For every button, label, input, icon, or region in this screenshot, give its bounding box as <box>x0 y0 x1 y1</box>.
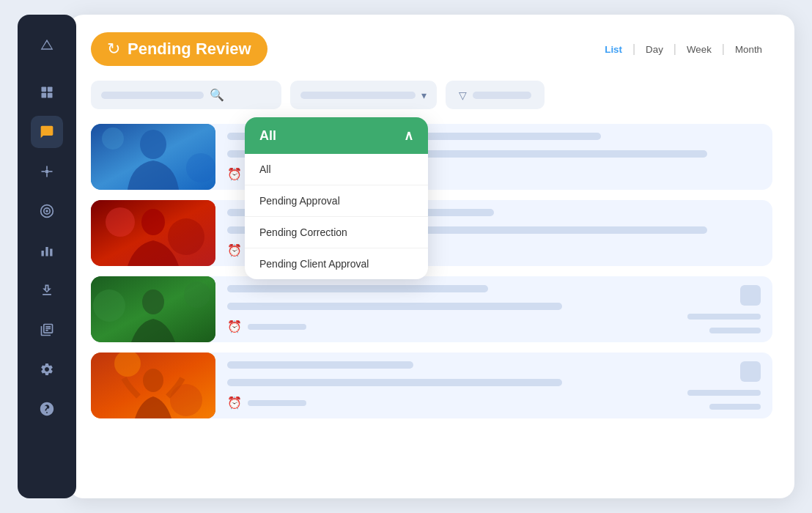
sidebar-item-tools[interactable] <box>31 353 63 385</box>
content-line-1 <box>227 285 488 292</box>
svg-rect-12 <box>42 251 44 256</box>
svg-rect-13 <box>45 247 48 256</box>
meta-line <box>248 324 306 330</box>
svg-point-21 <box>168 218 204 255</box>
item-right <box>611 353 772 418</box>
content-list: ⏰ <box>91 124 772 418</box>
right-line-1 <box>687 314 761 320</box>
svg-point-20 <box>106 207 135 237</box>
chevron-up-icon: ∧ <box>404 128 413 144</box>
dropdown-option-pending-approval[interactable]: Pending Approval <box>245 185 428 217</box>
svg-point-4 <box>45 170 49 174</box>
content-line-1 <box>227 361 413 369</box>
svg-rect-1 <box>48 87 53 92</box>
dropdown-selected-all[interactable]: All ∧ <box>245 117 428 154</box>
clock-icon: ⏰ <box>227 243 242 257</box>
status-badge <box>740 285 761 306</box>
dropdown-option-pending-client-approval[interactable]: Pending Client Approval <box>245 248 428 279</box>
dropdown-option-pending-correction[interactable]: Pending Correction <box>245 217 428 248</box>
sidebar-item-messages[interactable] <box>31 116 63 148</box>
sidebar-item-download[interactable] <box>31 274 63 306</box>
svg-point-17 <box>102 128 124 150</box>
sidebar-item-support[interactable] <box>31 393 63 425</box>
item-content: ⏰ <box>215 276 611 342</box>
item-right <box>611 276 772 342</box>
filter-dropdown[interactable]: ▾ <box>290 81 437 109</box>
filter-button[interactable]: ▽ <box>446 81 545 109</box>
meta-line <box>248 400 306 406</box>
list-item: ⏰ <box>91 124 772 190</box>
search-icon: 🔍 <box>210 88 224 102</box>
dropdown-selected-label: All <box>259 128 276 144</box>
right-line-1 <box>687 390 761 396</box>
svg-rect-14 <box>50 249 52 256</box>
item-image-green <box>91 276 215 342</box>
content-line-2 <box>227 379 562 386</box>
svg-rect-2 <box>42 93 47 98</box>
item-content: ⏰ <box>215 353 611 418</box>
svg-point-11 <box>46 210 48 212</box>
view-day-button[interactable]: Day <box>635 40 673 59</box>
page-title: Pending Review <box>128 40 251 59</box>
list-item: ⏰ <box>91 353 772 418</box>
item-image-red <box>91 200 215 266</box>
filter-dropdown-placeholder-bar <box>300 92 416 99</box>
chevron-down-icon: ▾ <box>421 89 427 101</box>
content-meta: ⏰ <box>227 396 599 410</box>
sidebar-item-analytics[interactable] <box>31 235 63 267</box>
svg-point-22 <box>141 209 165 235</box>
sidebar-item-library[interactable] <box>31 314 63 346</box>
list-item: ⏰ <box>91 276 772 342</box>
svg-point-24 <box>93 289 125 322</box>
pending-review-icon: ↻ <box>107 40 120 59</box>
svg-point-26 <box>142 289 164 314</box>
svg-point-18 <box>186 153 215 182</box>
app-container: ↻ Pending Review List | Day | Week | Mon… <box>18 15 794 498</box>
status-badge <box>740 361 761 382</box>
sidebar-item-dashboard[interactable] <box>31 76 63 108</box>
clock-icon: ⏰ <box>227 320 242 333</box>
filter-btn-bar <box>473 92 531 99</box>
view-month-button[interactable]: Month <box>725 40 772 59</box>
page-title-badge: ↻ Pending Review <box>91 32 267 66</box>
search-placeholder-bar <box>101 92 204 99</box>
sidebar-item-nav[interactable] <box>31 29 63 62</box>
svg-point-30 <box>143 369 163 392</box>
view-controls: List | Day | Week | Month <box>594 40 772 59</box>
header: ↻ Pending Review List | Day | Week | Mon… <box>91 32 772 66</box>
view-week-button[interactable]: Week <box>676 40 722 59</box>
list-item: ⏰ <box>91 200 772 266</box>
svg-rect-0 <box>42 87 47 92</box>
content-meta: ⏰ <box>227 320 599 333</box>
sidebar-item-network[interactable] <box>31 155 63 188</box>
svg-point-16 <box>140 130 166 159</box>
svg-rect-3 <box>48 93 53 98</box>
right-line-2 <box>709 328 761 333</box>
dropdown-option-all[interactable]: All <box>245 154 428 185</box>
item-image-blue <box>91 124 215 190</box>
main-content: ↻ Pending Review List | Day | Week | Mon… <box>69 15 794 498</box>
clock-icon: ⏰ <box>227 167 242 181</box>
content-line-2 <box>227 303 562 310</box>
search-box[interactable]: 🔍 <box>91 81 281 109</box>
svg-point-25 <box>184 281 210 308</box>
filters-bar: 🔍 ▾ ▽ All ∧ All Pending Approval Pending… <box>91 81 772 109</box>
filter-icon: ▽ <box>459 89 467 101</box>
clock-icon: ⏰ <box>227 396 242 410</box>
sidebar <box>18 15 76 498</box>
status-dropdown-overlay: All ∧ All Pending Approval Pending Corre… <box>245 117 428 279</box>
right-line-2 <box>709 404 761 410</box>
view-list-button[interactable]: List <box>594 40 632 59</box>
item-image-orange <box>91 353 215 418</box>
sidebar-item-target[interactable] <box>31 195 63 227</box>
